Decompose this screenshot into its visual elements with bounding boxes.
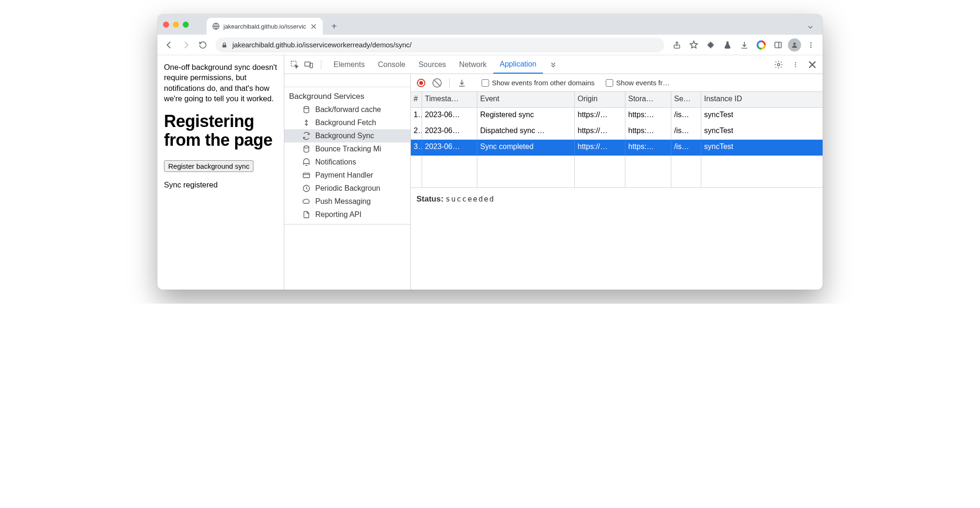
sidebar-item-icon xyxy=(302,210,311,219)
lock-icon xyxy=(221,42,228,48)
svg-point-11 xyxy=(778,63,780,66)
table-row xyxy=(411,172,823,187)
sidebar-item-reporting-api[interactable]: Reporting API xyxy=(284,208,410,221)
svg-point-16 xyxy=(304,146,309,148)
more-tabs-icon[interactable] xyxy=(547,58,560,71)
svg-point-6 xyxy=(810,44,812,45)
table-row[interactable]: 2.2023-06…Dispatched sync …https://…http… xyxy=(411,124,823,140)
sidebar-item-label: Notifications xyxy=(315,158,356,166)
sidebar-item-payment-handler[interactable]: Payment Handler xyxy=(284,169,410,182)
sidebar-item-icon xyxy=(302,145,311,153)
downloads-icon[interactable] xyxy=(737,38,751,52)
globe-icon xyxy=(212,22,220,30)
labs-icon[interactable] xyxy=(720,38,735,52)
browser-tab[interactable]: jakearchibald.github.io/isservic xyxy=(207,18,323,35)
sidebar-item-periodic-backgroun[interactable]: Periodic Backgroun xyxy=(284,182,410,195)
inspect-icon[interactable] xyxy=(288,58,301,71)
page-status-text: Sync registered xyxy=(164,179,277,190)
sidebar-group-label: Background Services xyxy=(284,87,410,103)
clear-button[interactable] xyxy=(431,76,444,90)
record-button[interactable] xyxy=(415,76,428,90)
status-line: Status: succeeded xyxy=(411,188,823,210)
devtools-tabbar: ElementsConsoleSourcesNetworkApplication xyxy=(284,55,823,74)
devtools-tab-network[interactable]: Network xyxy=(453,55,493,74)
close-tab-icon[interactable] xyxy=(310,22,317,30)
content-area: One-off background sync doesn't require … xyxy=(157,55,823,290)
svg-point-12 xyxy=(795,62,796,63)
close-devtools-icon[interactable] xyxy=(806,58,819,71)
sidebar-item-label: Reporting API xyxy=(315,210,362,219)
side-panel-icon[interactable] xyxy=(771,38,785,52)
sidebar-item-label: Background Sync xyxy=(315,132,374,140)
sidebar-item-background-sync[interactable]: Background Sync xyxy=(284,129,410,142)
devtools-panel: ElementsConsoleSourcesNetworkApplication… xyxy=(284,55,823,290)
svg-rect-9 xyxy=(305,62,311,66)
sidebar-item-background-fetch[interactable]: Background Fetch xyxy=(284,116,410,129)
profile-avatar[interactable] xyxy=(788,38,801,52)
svg-point-13 xyxy=(795,64,796,65)
page-heading: Registering from the page xyxy=(164,112,277,150)
register-sync-button[interactable]: Register background sync xyxy=(164,160,253,172)
sidebar-item-icon xyxy=(302,171,311,179)
forward-button[interactable] xyxy=(179,38,193,52)
sidebar-item-label: Back/forward cache xyxy=(315,105,381,114)
table-row xyxy=(411,156,823,172)
close-window-button[interactable] xyxy=(163,22,169,28)
sidebar-item-icon xyxy=(302,184,311,193)
new-tab-button[interactable]: + xyxy=(327,20,341,33)
svg-point-7 xyxy=(810,46,812,48)
sidebar-item-push-messaging[interactable]: Push Messaging xyxy=(284,195,410,208)
sidebar-item-icon xyxy=(302,119,311,127)
sidebar-item-icon xyxy=(302,197,311,206)
table-header: # Timesta… Event Origin Stora… Se… Insta… xyxy=(411,92,823,108)
table-row[interactable]: 3.2023-06…Sync completedhttps://…https:…… xyxy=(411,140,823,156)
address-bar[interactable]: jakearchibald.github.io/isserviceworkerr… xyxy=(215,37,664,52)
sidebar-item-icon xyxy=(302,105,311,114)
bookmark-icon[interactable] xyxy=(687,38,701,52)
devtools-tabs: ElementsConsoleSourcesNetworkApplication xyxy=(327,55,543,74)
devtools-tab-application[interactable]: Application xyxy=(493,55,543,74)
save-log-button[interactable] xyxy=(455,76,468,90)
bg-sync-toolbar: Show events from other domains Show even… xyxy=(411,74,823,92)
sidebar-item-back-forward-cache[interactable]: Back/forward cache xyxy=(284,103,410,116)
tabs-overflow-icon[interactable] xyxy=(807,23,814,31)
extensions-icon[interactable] xyxy=(704,38,718,52)
browser-window: jakearchibald.github.io/isservic + jakea… xyxy=(157,14,823,290)
sidebar-item-notifications[interactable]: Notifications xyxy=(284,156,410,169)
kebab-menu-icon[interactable] xyxy=(789,58,802,71)
tab-title: jakearchibald.github.io/isservic xyxy=(223,23,306,30)
google-icon[interactable] xyxy=(754,38,768,52)
sidebar-item-icon xyxy=(302,158,311,166)
devtools-sidebar: Background Services Back/forward cacheBa… xyxy=(284,74,411,290)
sidebar-item-label: Payment Handler xyxy=(315,171,373,179)
devtools-main: Show events from other domains Show even… xyxy=(411,74,823,290)
sidebar-item-label: Background Fetch xyxy=(315,119,376,127)
sidebar-item-bounce-tracking-mi[interactable]: Bounce Tracking Mi xyxy=(284,142,410,156)
menu-icon[interactable] xyxy=(804,38,818,52)
sidebar-item-label: Push Messaging xyxy=(315,197,371,206)
maximize-window-button[interactable] xyxy=(183,22,189,28)
sidebar-item-label: Bounce Tracking Mi xyxy=(315,145,381,153)
reload-button[interactable] xyxy=(196,38,210,52)
devtools-tab-elements[interactable]: Elements xyxy=(327,55,371,74)
device-toolbar-icon[interactable] xyxy=(302,58,315,71)
back-button[interactable] xyxy=(162,38,176,52)
devtools-tab-console[interactable]: Console xyxy=(371,55,412,74)
minimize-window-button[interactable] xyxy=(173,22,179,28)
table-row[interactable]: 1.2023-06…Registered synchttps://…https:… xyxy=(411,108,823,124)
show-other-domains-checkbox[interactable]: Show events from other domains xyxy=(482,79,594,87)
page-content: One-off background sync doesn't require … xyxy=(157,55,284,290)
show-events-fr-checkbox[interactable]: Show events fr… xyxy=(606,79,669,87)
settings-icon[interactable] xyxy=(772,58,785,71)
svg-point-14 xyxy=(795,66,796,67)
events-table: # Timesta… Event Origin Stora… Se… Insta… xyxy=(411,92,823,188)
devtools-tab-sources[interactable]: Sources xyxy=(412,55,453,74)
svg-rect-3 xyxy=(775,42,781,48)
url-text: jakearchibald.github.io/isserviceworkerr… xyxy=(232,41,412,49)
page-intro: One-off background sync doesn't require … xyxy=(164,62,277,104)
svg-rect-1 xyxy=(223,45,226,47)
sidebar-item-label: Periodic Backgroun xyxy=(315,184,380,193)
sidebar-item-icon xyxy=(302,132,311,140)
svg-point-15 xyxy=(304,106,309,109)
share-icon[interactable] xyxy=(670,38,684,52)
